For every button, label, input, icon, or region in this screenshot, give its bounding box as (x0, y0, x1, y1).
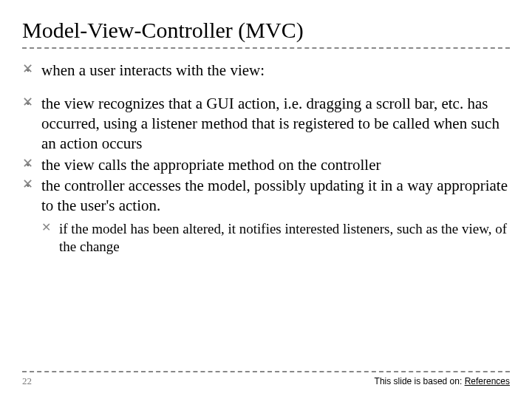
bullet-icon: ✕ (22, 61, 33, 78)
bullet-text: the controller accesses the model, possi… (41, 177, 508, 214)
footer-row: 22 This slide is based on: References (22, 375, 510, 387)
bullet-list: ✕ when a user interacts with the view: ✕… (22, 61, 510, 256)
page-number: 22 (22, 375, 32, 387)
footer-divider (22, 371, 510, 372)
list-item: ✕ if the model has been altered, it noti… (41, 220, 510, 256)
title-divider (22, 47, 510, 49)
reference-text: This slide is based on: References (375, 376, 510, 386)
list-item: ✕ when a user interacts with the view: (22, 61, 510, 81)
slide-title: Model-View-Controller (MVC) (22, 18, 510, 43)
slide: Model-View-Controller (MVC) ✕ when a use… (0, 0, 532, 399)
bullet-icon: ✕ (22, 94, 33, 111)
list-item: ✕ the controller accesses the model, pos… (22, 176, 510, 256)
slide-content: ✕ when a user interacts with the view: ✕… (22, 61, 510, 256)
bullet-text: when a user interacts with the view: (41, 61, 265, 79)
slide-footer: 22 This slide is based on: References (22, 371, 510, 387)
sub-bullet-list: ✕ if the model has been altered, it noti… (41, 220, 510, 256)
reference-prefix: This slide is based on: (375, 376, 465, 386)
list-item: ✕ the view recognizes that a GUI action,… (22, 94, 510, 154)
bullet-text: the view recognizes that a GUI action, i… (41, 95, 499, 152)
bullet-icon: ✕ (22, 155, 33, 172)
bullet-text: if the model has been altered, it notifi… (59, 221, 507, 254)
bullet-icon: ✕ (22, 176, 33, 193)
bullet-text: the view calls the appropriate method on… (41, 156, 381, 174)
list-item: ✕ the view calls the appropriate method … (22, 155, 510, 175)
reference-link[interactable]: References (465, 376, 510, 386)
bullet-icon: ✕ (41, 220, 51, 235)
